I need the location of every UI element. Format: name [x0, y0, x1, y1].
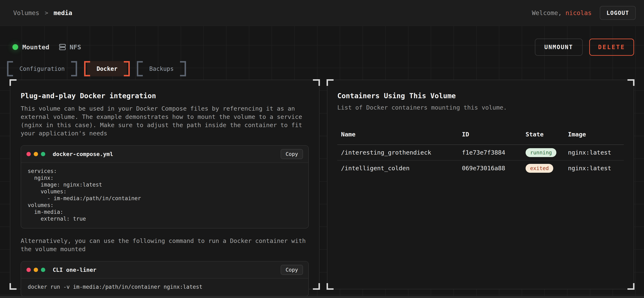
container-image: nginx:latest: [568, 149, 620, 156]
status-badge: running: [526, 148, 556, 157]
tab-bar: Configuration Docker Backups: [10, 61, 634, 76]
containers-panel: Containers Using This Volume List of Doc…: [327, 80, 634, 289]
nfs-label: NFS: [70, 43, 81, 51]
welcome-text: Welcome, nicolas: [532, 9, 592, 16]
compose-code-content: services: nginx: image: nginx:latest vol…: [21, 163, 308, 228]
topbar-right: Welcome, nicolas LOGOUT: [532, 6, 636, 20]
breadcrumb-separator-icon: >: [45, 9, 48, 16]
container-id: f1e73e7f3884: [462, 149, 526, 156]
container-image: nginx:latest: [568, 165, 620, 172]
mounted-status-label: Mounted: [22, 43, 50, 51]
traffic-green-icon: [41, 268, 45, 272]
container-name: /intelligent_colden: [341, 165, 462, 172]
compose-code-window: docker-compose.yml Copy services: nginx:…: [21, 145, 309, 228]
column-header-name: Name: [341, 131, 462, 138]
nfs-badge: NFS: [58, 43, 81, 51]
column-header-image: Image: [568, 131, 620, 138]
panels-row: Plug-and-play Docker integration This vo…: [10, 80, 634, 289]
container-state: running: [526, 148, 568, 157]
cli-code-window: CLI one-liner Copy docker run -v im-medi…: [21, 261, 309, 297]
panel-corner-decoration: [628, 79, 634, 86]
panel-corner-decoration: [313, 79, 320, 86]
unmount-button[interactable]: UNMOUNT: [535, 39, 582, 56]
traffic-yellow-icon: [34, 268, 38, 272]
welcome-prefix: Welcome,: [532, 9, 566, 16]
containers-table-header: Name ID State Image: [337, 131, 624, 145]
docker-integration-panel: Plug-and-play Docker integration This vo…: [10, 80, 320, 289]
panel-corner-decoration: [10, 79, 16, 86]
column-header-state: State: [526, 131, 568, 138]
next-section-edge: [0, 296, 644, 298]
volume-status-row: Mounted NFS UNMOUNT DELETE: [10, 26, 634, 55]
cli-code-content: docker run -v im-media:/path/in/containe…: [21, 279, 308, 296]
compose-copy-button[interactable]: Copy: [281, 149, 303, 159]
docker-panel-description: This volume can be used in your Docker C…: [21, 104, 309, 138]
containers-table: Name ID State Image /interesting_grothen…: [337, 131, 624, 176]
compose-filename: docker-compose.yml: [53, 151, 113, 157]
delete-button[interactable]: DELETE: [589, 39, 634, 56]
traffic-red-icon: [26, 268, 31, 272]
panel-corner-decoration: [326, 283, 334, 290]
breadcrumb-volumes-link[interactable]: Volumes: [13, 9, 39, 16]
container-state: exited: [526, 164, 568, 173]
containers-panel-subtitle: List of Docker containers mounting this …: [337, 104, 624, 111]
server-icon: [58, 43, 66, 51]
cli-intro-text: Alternatively, you can use the following…: [21, 237, 309, 253]
tab-backups[interactable]: Backups: [140, 61, 183, 76]
table-row: /intelligent_colden 069e73016a88 exited …: [337, 160, 624, 176]
mounted-status-dot-icon: [12, 44, 18, 50]
window-traffic-lights-icon: [26, 268, 45, 272]
window-traffic-lights-icon: [26, 152, 45, 156]
panel-corner-decoration: [10, 283, 16, 290]
traffic-red-icon: [26, 152, 31, 156]
traffic-green-icon: [41, 152, 45, 156]
panel-corner-decoration: [326, 79, 334, 86]
cli-copy-button[interactable]: Copy: [281, 265, 303, 275]
traffic-yellow-icon: [34, 152, 38, 156]
containers-panel-title: Containers Using This Volume: [337, 92, 624, 100]
column-header-id: ID: [462, 131, 526, 138]
logout-button[interactable]: LOGOUT: [600, 6, 636, 20]
status-badge: exited: [526, 164, 553, 173]
docker-panel-title: Plug-and-play Docker integration: [21, 92, 309, 100]
container-id: 069e73016a88: [462, 165, 526, 172]
main-content: Mounted NFS UNMOUNT DELETE Configuration…: [0, 26, 644, 296]
volume-actions: UNMOUNT DELETE: [535, 39, 634, 56]
cli-code-header: CLI one-liner Copy: [21, 262, 308, 279]
username: nicolas: [566, 9, 592, 16]
panel-corner-decoration: [313, 283, 320, 290]
tab-configuration[interactable]: Configuration: [10, 61, 74, 76]
panel-corner-decoration: [628, 283, 634, 290]
breadcrumb: Volumes > media: [13, 9, 72, 16]
compose-code-header: docker-compose.yml Copy: [21, 146, 308, 163]
breadcrumb-current-volume: media: [54, 9, 72, 16]
mounted-status: Mounted: [12, 43, 50, 51]
container-name: /interesting_grothendieck: [341, 149, 462, 156]
cli-filename: CLI one-liner: [53, 267, 96, 273]
top-bar: Volumes > media Welcome, nicolas LOGOUT: [0, 0, 644, 26]
table-row: /interesting_grothendieck f1e73e7f3884 r…: [337, 145, 624, 160]
tab-docker[interactable]: Docker: [87, 61, 127, 76]
